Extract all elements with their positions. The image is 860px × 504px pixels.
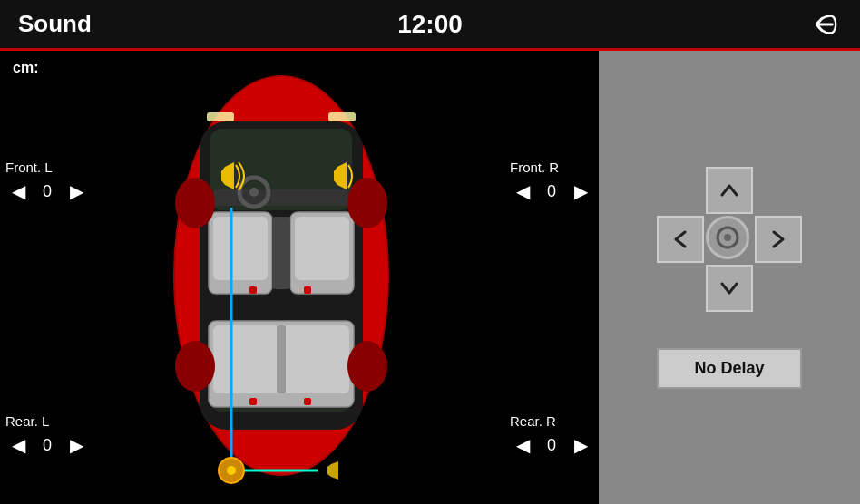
- front-right-control: Front. R ◀ 0 ▶: [510, 160, 593, 204]
- rear-right-value: 0: [542, 436, 561, 455]
- dpad-empty-tr: [755, 167, 802, 214]
- rear-right-decrease[interactable]: ◀: [510, 432, 535, 458]
- rear-right-increase[interactable]: ▶: [568, 432, 593, 458]
- right-panel: No Delay: [599, 51, 860, 504]
- front-left-value: 0: [38, 182, 56, 201]
- dpad-empty-br: [755, 265, 802, 312]
- cm-label: cm:: [13, 60, 38, 76]
- svg-rect-31: [328, 112, 356, 121]
- svg-point-6: [249, 188, 259, 197]
- svg-rect-30: [207, 112, 234, 121]
- rear-right-label: Rear. R: [510, 413, 556, 429]
- svg-rect-4: [213, 189, 349, 206]
- dpad-down-button[interactable]: [706, 265, 753, 312]
- rear-left-label: Rear. L: [5, 413, 49, 429]
- header-title: Sound: [18, 10, 92, 38]
- car-illustration: [73, 58, 490, 493]
- dpad-center-button[interactable]: [706, 216, 749, 259]
- main-content: cm: Front. L ◀ 0 ▶ Front. R ◀ 0 ▶ Rear. …: [0, 51, 860, 504]
- svg-marker-25: [327, 461, 338, 480]
- header-time: 12:00: [397, 10, 463, 39]
- svg-point-24: [227, 466, 236, 475]
- dpad-empty-bl: [657, 265, 704, 312]
- dpad-empty-tl: [657, 167, 704, 214]
- rear-left-value: 0: [38, 436, 56, 455]
- dpad-up-button[interactable]: [706, 167, 753, 214]
- svg-rect-10: [295, 217, 349, 280]
- svg-rect-16: [304, 286, 311, 294]
- front-left-decrease[interactable]: ◀: [5, 179, 31, 204]
- dpad: [657, 167, 802, 312]
- svg-rect-17: [249, 398, 257, 405]
- no-delay-button[interactable]: No Delay: [657, 348, 802, 389]
- dpad-left-button[interactable]: [657, 216, 704, 263]
- car-panel: cm: Front. L ◀ 0 ▶ Front. R ◀ 0 ▶ Rear. …: [0, 51, 599, 504]
- front-left-label: Front. L: [5, 160, 53, 175]
- svg-rect-8: [213, 217, 268, 280]
- svg-rect-14: [277, 325, 286, 393]
- svg-point-29: [347, 341, 387, 392]
- svg-rect-11: [272, 217, 290, 289]
- svg-point-33: [724, 234, 731, 241]
- front-right-decrease[interactable]: ◀: [510, 179, 535, 204]
- header: Sound 12:00: [0, 0, 860, 51]
- svg-point-26: [175, 178, 215, 228]
- front-right-row: ◀ 0 ▶: [510, 179, 593, 204]
- svg-point-28: [175, 341, 215, 392]
- svg-point-27: [347, 178, 387, 228]
- dpad-right-button[interactable]: [755, 216, 802, 263]
- front-right-value: 0: [542, 182, 561, 201]
- rear-right-control: Rear. R ◀ 0 ▶: [510, 413, 593, 458]
- rear-left-decrease[interactable]: ◀: [5, 432, 31, 458]
- svg-rect-18: [304, 398, 311, 405]
- rear-right-row: ◀ 0 ▶: [510, 432, 593, 458]
- back-button[interactable]: [802, 5, 842, 44]
- front-right-label: Front. R: [510, 160, 559, 175]
- front-right-increase[interactable]: ▶: [568, 179, 593, 204]
- svg-rect-15: [249, 286, 257, 294]
